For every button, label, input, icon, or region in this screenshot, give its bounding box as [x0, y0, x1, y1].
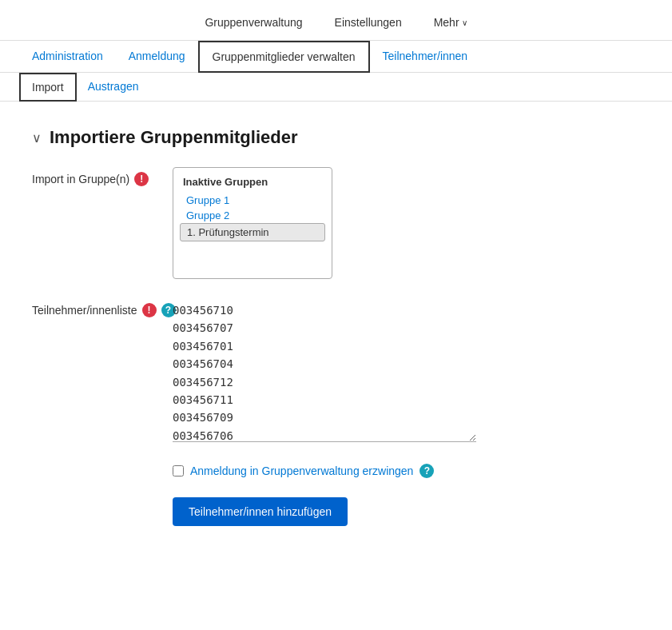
import-group-error-icon: !	[134, 172, 149, 186]
top-nav-einstellungen[interactable]: Einstellungen	[332, 10, 405, 40]
participants-control	[173, 298, 640, 445]
mehr-chevron-icon: ∨	[462, 18, 467, 27]
section-collapse-icon[interactable]: ∨	[32, 130, 42, 146]
participants-row: Teilnehmer/innenliste ! ?	[32, 298, 640, 445]
third-nav: Import Austragen	[0, 73, 672, 102]
participants-label: Teilnehmer/innenliste ! ?	[32, 298, 160, 317]
force-login-label[interactable]: Anmeldung in Gruppenverwaltung erzwingen	[190, 465, 413, 477]
third-nav-import[interactable]: Import	[19, 73, 77, 102]
second-nav-teilnehmer[interactable]: Teilnehmer/innen	[370, 42, 481, 72]
top-nav-mehr[interactable]: Mehr ∨	[431, 10, 471, 40]
top-nav-mehr-label: Mehr	[434, 16, 459, 29]
third-nav-austragen[interactable]: Austragen	[77, 74, 150, 101]
group-section-label: Inaktive Gruppen	[180, 174, 325, 189]
group-select-box[interactable]: Inaktive Gruppen Gruppe 1 Gruppe 2 1. Pr…	[173, 167, 332, 279]
group-item-pruefung[interactable]: 1. Prüfungstermin	[180, 223, 325, 241]
section-header: ∨ Importiere Gruppenmitglieder	[32, 127, 640, 148]
participants-textarea[interactable]	[173, 298, 476, 442]
second-nav-gruppenmitglieder[interactable]: Gruppenmitglieder verwalten	[198, 41, 370, 73]
main-content: ∨ Importiere Gruppenmitglieder Import in…	[0, 102, 672, 552]
force-login-info-icon: ?	[420, 464, 434, 478]
second-nav: Administration Anmeldung Gruppenmitglied…	[0, 41, 672, 73]
import-group-label: Import in Gruppe(n) !	[32, 167, 160, 186]
top-nav-gruppenverwaltung[interactable]: Gruppenverwaltung	[201, 10, 305, 40]
second-nav-administration[interactable]: Administration	[19, 42, 116, 72]
submit-row: Teilnehmer/innen hinzufügen	[173, 497, 640, 526]
force-login-row: Anmeldung in Gruppenverwaltung erzwingen…	[173, 464, 640, 478]
second-nav-anmeldung[interactable]: Anmeldung	[116, 42, 198, 72]
force-login-checkbox[interactable]	[173, 465, 184, 476]
section-title: Importiere Gruppenmitglieder	[50, 127, 298, 148]
top-nav: Gruppenverwaltung Einstellungen Mehr ∨	[0, 0, 672, 41]
group-select-control: Inaktive Gruppen Gruppe 1 Gruppe 2 1. Pr…	[173, 167, 640, 279]
submit-button[interactable]: Teilnehmer/innen hinzufügen	[173, 497, 348, 526]
group-item-gruppe2[interactable]: Gruppe 2	[180, 208, 325, 223]
group-item-gruppe1[interactable]: Gruppe 1	[180, 193, 325, 208]
participants-error-icon: !	[142, 303, 157, 317]
import-group-row: Import in Gruppe(n) ! Inaktive Gruppen G…	[32, 167, 640, 279]
